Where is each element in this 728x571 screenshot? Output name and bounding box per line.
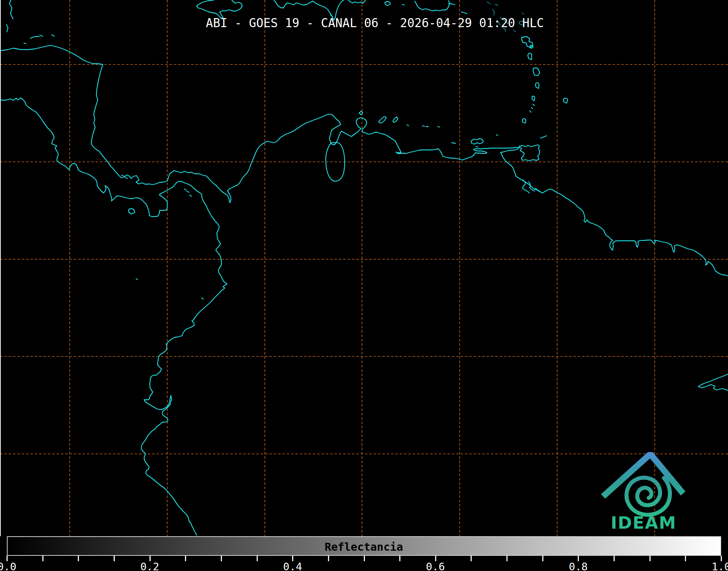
colorbar-tick	[78, 556, 79, 561]
map-title: ABI - GOES 19 - CANAL 06 - 2026-04-29 01…	[22, 16, 728, 30]
colorbar-tick-label: 0.8	[569, 560, 588, 571]
pacific-coast	[0, 98, 227, 535]
colorbar-tick	[257, 556, 258, 561]
satellite-image-viewer: ABI - GOES 19 - CANAL 06 - 2026-04-29 01…	[0, 0, 728, 571]
colorbar-tick	[114, 556, 115, 561]
colorbar-tick	[542, 556, 543, 561]
colorbar-tick-label: 1.0	[712, 560, 728, 571]
logo-spiral-icon	[627, 478, 670, 515]
colorbar-tick	[506, 556, 508, 561]
colorbar-label: Reflectancia	[325, 541, 403, 553]
central-america-caribbean-south-america	[0, 45, 728, 276]
colorbar-tick	[614, 556, 615, 561]
lesser-antilles-south	[522, 37, 568, 138]
amazon-mouth-fragment	[698, 374, 728, 391]
colorbar-tick-label: 0.4	[283, 560, 302, 571]
colorbar-tick	[185, 556, 186, 561]
left-axis-spine	[0, 0, 1, 536]
ideam-wordmark: IDEAM	[611, 514, 676, 531]
jamaica	[197, 0, 242, 18]
gridlines-group	[0, 0, 728, 536]
colorbar-tick	[649, 556, 651, 561]
map-area: ABI - GOES 19 - CANAL 06 - 2026-04-29 01…	[0, 0, 728, 536]
colorbar-tick	[471, 556, 472, 561]
venezuela-islands	[359, 111, 498, 147]
panama-islands	[122, 175, 203, 299]
colorbar-tick-label: 0.6	[426, 560, 445, 571]
colorbar-tick	[364, 556, 365, 561]
colorbar-tick	[399, 556, 400, 561]
ideam-logo-icon	[603, 455, 683, 515]
colorbar-tick-label: 0.2	[140, 560, 159, 571]
map-canvas	[0, 0, 728, 536]
colorbar-tick	[42, 556, 43, 561]
puerto-rico-south-coast	[331, 1, 467, 17]
colorbar-tick	[328, 556, 329, 561]
coastlines-group	[0, 0, 728, 535]
colorbar-tick-label: 0.0	[0, 560, 16, 571]
colorbar-tick	[685, 556, 686, 561]
trinidad-tobago	[519, 145, 540, 161]
colorbar-tick	[221, 556, 222, 561]
